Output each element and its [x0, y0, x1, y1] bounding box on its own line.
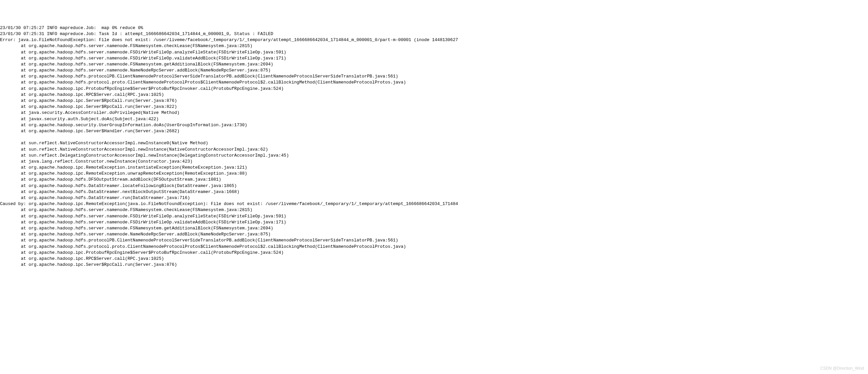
- log-line: at org.apache.hadoop.ipc.ProtobufRpcEngi…: [0, 86, 868, 92]
- log-line: [0, 134, 868, 140]
- log-line: at org.apache.hadoop.hdfs.protocol.proto…: [0, 244, 868, 250]
- log-line: at org.apache.hadoop.hdfs.server.namenod…: [0, 55, 868, 61]
- log-line: Caused by: org.apache.hadoop.ipc.RemoteE…: [0, 201, 868, 207]
- log-line: at sun.reflect.DelegatingConstructorAcce…: [0, 153, 868, 159]
- log-output: 23/01/30 07:25:27 INFO mapreduce.Job: ma…: [0, 25, 868, 268]
- log-line: at javax.security.auth.Subject.doAs(Subj…: [0, 116, 868, 122]
- log-line: at org.apache.hadoop.ipc.RPC$Server.call…: [0, 256, 868, 262]
- log-line: at org.apache.hadoop.hdfs.server.namenod…: [0, 220, 868, 225]
- log-line: at java.security.AccessController.doPriv…: [0, 110, 868, 116]
- log-line: at org.apache.hadoop.hdfs.protocolPB.Cli…: [0, 74, 868, 80]
- log-line: at org.apache.hadoop.hdfs.server.namenod…: [0, 43, 868, 49]
- log-line: at org.apache.hadoop.hdfs.protocol.proto…: [0, 80, 868, 85]
- log-line: at org.apache.hadoop.ipc.Server$Handler.…: [0, 128, 868, 134]
- log-line: at org.apache.hadoop.ipc.RemoteException…: [0, 165, 868, 171]
- log-line: at org.apache.hadoop.ipc.RPC$Server.call…: [0, 92, 868, 98]
- log-line: at org.apache.hadoop.hdfs.DataStreamer.n…: [0, 189, 868, 195]
- log-line: at org.apache.hadoop.hdfs.server.namenod…: [0, 231, 868, 237]
- log-line: at org.apache.hadoop.hdfs.server.namenod…: [0, 225, 868, 231]
- log-line: at org.apache.hadoop.hdfs.server.namenod…: [0, 61, 868, 67]
- log-line: at org.apache.hadoop.hdfs.server.namenod…: [0, 207, 868, 213]
- log-line: 23/01/30 07:25:31 INFO mapreduce.Job: Ta…: [0, 31, 868, 37]
- log-line: at org.apache.hadoop.hdfs.DataStreamer.l…: [0, 183, 868, 189]
- log-line: at org.apache.hadoop.ipc.Server$RpcCall.…: [0, 98, 868, 104]
- log-line: at org.apache.hadoop.hdfs.DataStreamer.r…: [0, 195, 868, 201]
- log-line: at org.apache.hadoop.security.UserGroupI…: [0, 122, 868, 128]
- log-line: at sun.reflect.NativeConstructorAccessor…: [0, 140, 868, 146]
- log-line: Error: java.io.FileNotFoundException: Fi…: [0, 37, 868, 43]
- log-line: at org.apache.hadoop.hdfs.protocolPB.Cli…: [0, 237, 868, 243]
- log-line: at org.apache.hadoop.ipc.ProtobufRpcEngi…: [0, 250, 868, 256]
- log-line: at org.apache.hadoop.ipc.Server$RpcCall.…: [0, 104, 868, 110]
- log-line: at org.apache.hadoop.hdfs.server.namenod…: [0, 50, 868, 55]
- log-line: at sun.reflect.NativeConstructorAccessor…: [0, 147, 868, 153]
- log-line: 23/01/30 07:25:27 INFO mapreduce.Job: ma…: [0, 25, 868, 31]
- log-line: at org.apache.hadoop.ipc.Server$RpcCall.…: [0, 262, 868, 268]
- log-line: at org.apache.hadoop.ipc.RemoteException…: [0, 171, 868, 177]
- log-line: at org.apache.hadoop.hdfs.server.namenod…: [0, 213, 868, 220]
- log-line: at org.apache.hadoop.hdfs.DFSOutputStrea…: [0, 177, 868, 183]
- log-line: at org.apache.hadoop.hdfs.server.namenod…: [0, 67, 868, 74]
- log-line: at java.lang.reflect.Constructor.newInst…: [0, 159, 868, 165]
